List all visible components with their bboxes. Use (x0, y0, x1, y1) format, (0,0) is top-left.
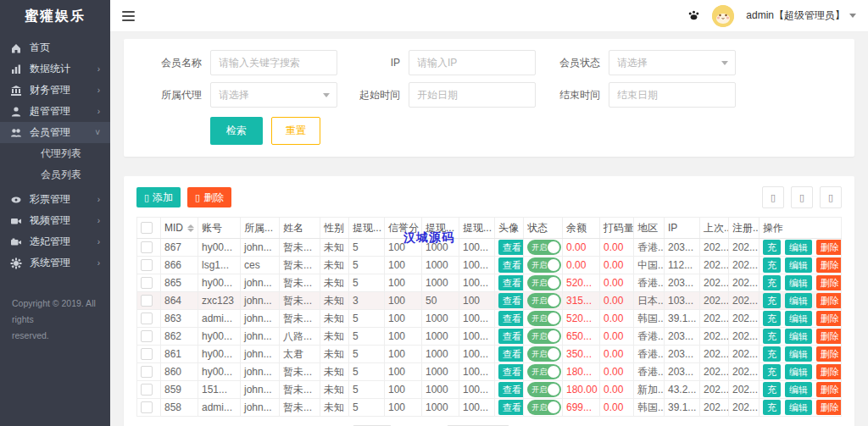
row-checkbox[interactable] (141, 348, 153, 360)
status-toggle[interactable]: 开启 (527, 293, 561, 308)
table-toolbar: ▯ 添加 ▯ 删除 ▯ ▯ ▯ (136, 186, 842, 208)
edit-button[interactable]: 编辑 (785, 400, 812, 415)
edit-button[interactable]: 编辑 (785, 293, 812, 308)
edit-button[interactable]: 编辑 (785, 329, 812, 344)
delete-row-button[interactable]: 删除 (816, 364, 842, 379)
view-avatar-button[interactable]: 查看 (498, 364, 524, 379)
row-checkbox[interactable] (141, 241, 153, 253)
sidebar-item-superadmin[interactable]: 超管管理 › (0, 101, 110, 122)
reset-button[interactable]: 重置 (271, 117, 320, 145)
col-mid[interactable]: MID (161, 218, 198, 239)
row-checkbox[interactable] (141, 384, 153, 396)
avatar[interactable] (712, 5, 734, 27)
row-checkbox[interactable] (141, 366, 153, 378)
view-avatar-button[interactable]: 查看 (498, 329, 524, 344)
view-avatar-button[interactable]: 查看 (498, 400, 524, 415)
view-avatar-button[interactable]: 查看 (498, 293, 524, 308)
delete-row-button[interactable]: 删除 (816, 240, 842, 255)
end-date-input[interactable] (609, 82, 736, 108)
recharge-button[interactable]: 充 (763, 257, 781, 273)
table-export-icon[interactable]: ▯ (791, 186, 813, 208)
recharge-button[interactable]: 充 (763, 240, 781, 255)
recharge-button[interactable]: 充 (763, 382, 781, 397)
sidebar-item-xuanfei[interactable]: 选妃管理 › (0, 231, 110, 252)
sidebar-item-member-list[interactable]: 会员列表 (0, 164, 110, 185)
bank-icon (10, 85, 22, 97)
start-date-input[interactable] (409, 82, 536, 108)
row-checkbox[interactable] (141, 295, 153, 307)
table-filter-icon[interactable]: ▯ (762, 186, 784, 208)
edit-button[interactable]: 编辑 (785, 382, 812, 397)
search-button[interactable]: 检索 (210, 117, 263, 145)
recharge-button[interactable]: 充 (763, 364, 781, 379)
chevron-right-icon: › (97, 107, 100, 116)
delete-button[interactable]: ▯ 删除 (187, 187, 231, 207)
row-checkbox[interactable] (141, 330, 153, 342)
recharge-button[interactable]: 充 (763, 311, 781, 326)
edit-button[interactable]: 编辑 (785, 257, 812, 273)
status-toggle[interactable]: 开启 (527, 329, 561, 344)
status-select[interactable]: 请选择 (609, 50, 736, 75)
delete-row-button[interactable]: 删除 (816, 382, 842, 397)
row-checkbox[interactable] (141, 277, 153, 289)
menu-toggle-icon[interactable] (122, 11, 135, 21)
status-toggle[interactable]: 开启 (527, 311, 561, 326)
cell-withdraw-count: 100... (459, 363, 495, 381)
edit-button[interactable]: 编辑 (785, 240, 812, 255)
recharge-button[interactable]: 充 (763, 275, 781, 290)
status-toggle[interactable]: 开启 (527, 240, 561, 255)
ip-input[interactable] (409, 50, 536, 75)
sort-icon[interactable] (187, 224, 194, 232)
recharge-button[interactable]: 充 (763, 293, 781, 308)
agent-select[interactable]: 请选择 (210, 82, 337, 108)
delete-row-button[interactable]: 删除 (816, 311, 842, 326)
sidebar-item-finance[interactable]: 财务管理 › (0, 80, 110, 101)
topbar: admin【超级管理员】 (110, 0, 868, 32)
status-toggle[interactable]: 开启 (527, 346, 561, 362)
view-avatar-button[interactable]: 查看 (498, 257, 524, 273)
edit-button[interactable]: 编辑 (785, 346, 812, 362)
view-avatar-button[interactable]: 查看 (498, 311, 524, 326)
edit-button[interactable]: 编辑 (785, 275, 812, 290)
status-toggle[interactable]: 开启 (527, 400, 561, 415)
delete-row-button[interactable]: 删除 (816, 346, 842, 362)
row-checkbox[interactable] (141, 313, 153, 324)
sidebar-item-system[interactable]: 系统管理 › (0, 252, 110, 274)
cell-balance: 0.00 (563, 257, 600, 274)
sidebar-item-video[interactable]: 视频管理 › (0, 210, 110, 231)
edit-button[interactable]: 编辑 (785, 364, 812, 379)
row-checkbox[interactable] (141, 259, 153, 271)
sidebar-item-agent-list[interactable]: 代理列表 (0, 143, 110, 164)
recharge-button[interactable]: 充 (763, 346, 781, 362)
recharge-button[interactable]: 充 (763, 400, 781, 415)
table-print-icon[interactable]: ▯ (820, 186, 842, 208)
delete-row-button[interactable]: 删除 (816, 400, 842, 415)
view-avatar-button[interactable]: 查看 (498, 382, 524, 397)
add-button[interactable]: ▯ 添加 (136, 187, 181, 207)
theme-paw-icon[interactable] (687, 8, 700, 24)
toggle-knob (548, 330, 559, 342)
sidebar-item-stats[interactable]: 数据统计 › (0, 58, 110, 80)
status-toggle[interactable]: 开启 (527, 275, 561, 290)
row-checkbox[interactable] (141, 401, 153, 413)
members-submenu: 代理列表 会员列表 (0, 143, 110, 185)
delete-row-button[interactable]: 删除 (816, 275, 842, 290)
recharge-button[interactable]: 充 (763, 329, 781, 344)
delete-row-button[interactable]: 删除 (816, 257, 842, 273)
member-name-input[interactable] (210, 50, 337, 75)
sidebar-item-members[interactable]: 会员管理 ˅ (0, 122, 110, 143)
sidebar-item-home[interactable]: 首页 (0, 37, 110, 58)
sidebar-item-lottery[interactable]: 彩票管理 › (0, 189, 110, 210)
view-avatar-button[interactable]: 查看 (498, 240, 524, 255)
view-avatar-button[interactable]: 查看 (498, 346, 524, 362)
edit-button[interactable]: 编辑 (785, 311, 812, 326)
admin-menu[interactable]: admin【超级管理员】 (746, 8, 856, 23)
status-toggle[interactable]: 开启 (527, 364, 561, 379)
select-all-checkbox[interactable] (141, 222, 153, 234)
status-toggle[interactable]: 开启 (527, 257, 561, 273)
status-toggle[interactable]: 开启 (527, 382, 561, 397)
view-avatar-button[interactable]: 查看 (498, 275, 524, 290)
cell-withdraw-limit: 1000 (422, 381, 459, 399)
delete-row-button[interactable]: 删除 (816, 293, 842, 308)
delete-row-button[interactable]: 删除 (816, 329, 842, 344)
